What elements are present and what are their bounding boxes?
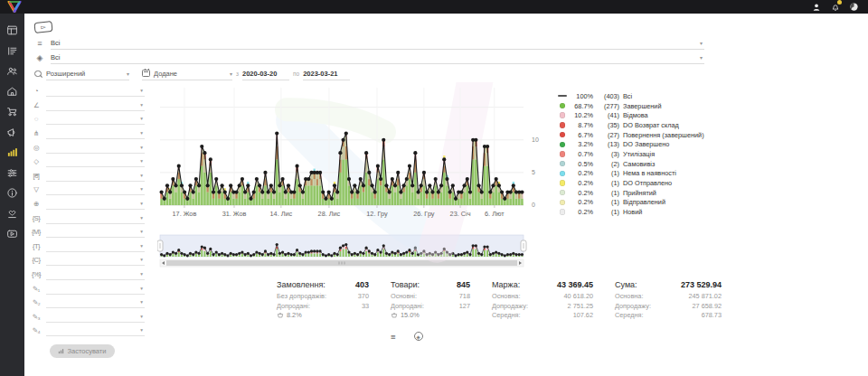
rail-item-settings-icon[interactable] [6,167,19,179]
legend-count: (277) [596,102,619,110]
filter-select-utm-source[interactable]: ▾ [46,212,145,224]
legend-count: (1) [596,208,619,216]
products-toggle-icon[interactable]: ◈ [414,332,423,341]
custom-2-icon: ✎₂ [30,298,42,306]
rail-item-orders-icon[interactable] [6,45,19,57]
filter-select-utm-medium[interactable]: ▾ [46,226,145,238]
location-icon: ◎ [30,144,42,152]
summary-title: Сума: [615,280,637,289]
filter-select-utm-content[interactable]: ▾ [46,254,145,266]
filter-row-utm-content: {C}▾ [30,253,145,268]
filter-select-custom-2[interactable]: ▾ [46,296,145,308]
legend-item[interactable]: 8.7%(35)DO Возврат склад [557,120,704,130]
chevron-down-icon: ▾ [700,40,704,46]
svg-text:6. Лют: 6. Лют [485,210,505,218]
legend-count: (1) [596,169,619,177]
legend-item[interactable]: 100%(403)Всі [557,91,704,101]
statuses-toggle-icon[interactable]: ≡ [391,332,396,342]
legend-label: Повернення (завершений) [623,131,704,139]
filter-select-utm-campaign[interactable]: ▾ [46,268,145,280]
filter-row-custom-4: ✎₄▾ [30,324,145,338]
legend-count: (35) [596,121,619,129]
search-mode-select[interactable]: Розширений ▾ [46,68,129,80]
svg-text:5: 5 [532,169,535,175]
legend-percent: 8.7% [570,121,593,129]
bell-icon[interactable] [830,2,840,12]
filter-select-utm-term[interactable]: ▾ [46,240,145,252]
legend-item[interactable]: 0.5%(2)Самовивіз [557,159,704,169]
summary-sub-value: 127 [459,302,470,312]
filter-select-empty[interactable]: ▾ [46,113,145,125]
user-icon[interactable] [811,2,821,12]
date-from-input[interactable]: 2020-03-20 [242,68,289,80]
summary-sub-value: 2 751.25 [568,302,593,312]
summary-sub-label: Основна: [615,292,643,302]
chart-navigator[interactable] [157,234,548,268]
filter-row-angle: ∠▾ [30,99,145,113]
chart-section: 051017. Жов31. Жов14. Лис28. Лис12. Гру2… [145,84,868,358]
rail-item-dashboard-icon[interactable] [6,24,19,36]
legend-count: (3) [596,150,619,158]
filter-select-custom-1[interactable]: ▾ [46,283,145,295]
filter-select-location[interactable]: ▾ [46,142,145,154]
main-area: ▻ ≡Всі▾◈Всі▾ Розширений ▾ Додане ▾ з 202… [24,14,868,376]
legend-marker [557,103,568,109]
filter-select-payment[interactable]: ▾ [46,170,145,182]
legend-item[interactable]: 0.2%(1)Прийнятий [557,188,704,198]
upsell-rate-value: 15.0% [401,311,420,321]
filter-select-share[interactable]: ▾ [46,127,145,139]
svg-text:31. Жов: 31. Жов [222,210,247,218]
filter-select-web[interactable]: ▾ [46,198,145,210]
rail-item-video-icon[interactable] [6,228,19,240]
filter-select-angle[interactable]: ▾ [46,99,145,111]
rail-item-info-icon[interactable] [6,187,19,199]
filter-select-custom-3[interactable]: ▾ [46,311,145,323]
filter-select-funnel[interactable]: ▾ [46,183,145,195]
legend-item[interactable]: 0.2%(1)Новий [557,207,704,217]
avatar-icon[interactable] [849,2,859,12]
search-icon[interactable] [34,70,42,78]
filter-row-custom-2: ✎₂▾ [30,296,145,310]
filter-select-segment[interactable]: ▾ [46,85,145,97]
summary-value: 845 [457,280,470,289]
filter-row-segment: ◔▾ [30,84,145,99]
legend-item[interactable]: 68.7%(277)Завершений [557,101,704,111]
legend-percent: 3.2% [570,140,593,148]
legend-item[interactable]: 3.2%(13)DO Завершено [557,139,704,149]
date-to-input[interactable]: 2023-03-21 [303,68,350,80]
rail-item-support-icon[interactable] [6,208,19,220]
brand-logo[interactable] [7,1,22,13]
legend-item[interactable]: 6.7%(27)Повернення (завершений) [557,130,704,140]
legend-count: (1) [596,179,619,187]
legend-percent: 10.2% [570,111,593,119]
navigator-handle[interactable] [157,240,163,251]
legend-count: (41) [596,111,619,119]
legend-percent: 0.2% [570,208,593,216]
navigator-handle[interactable] [521,240,526,251]
rail-item-marketing-icon[interactable] [6,127,19,138]
main-chart[interactable]: 051017. Жов31. Жов14. Лис28. Лис12. Гру2… [157,84,548,221]
rail-item-statistics-icon[interactable] [6,146,19,158]
svg-text:23. Січ: 23. Січ [450,210,471,218]
statuses-icon: ≡ [34,39,45,48]
top-filter-select-0[interactable]: Всі▾ [51,37,704,50]
legend-marker [557,200,568,206]
tags-icon[interactable]: ▻ [33,21,52,33]
filter-row-utm-campaign: {%}▾ [30,268,145,282]
date-field-select[interactable]: Додане ▾ [142,68,232,80]
apply-button[interactable]: Застосувати [50,344,115,358]
legend-item[interactable]: 0.2%(1)Відправлений [557,198,704,208]
legend-item[interactable]: 0.2%(1)DO Отправлено [557,178,704,188]
legend-item[interactable]: 10.2%(41)Відмова [557,110,704,120]
rail-item-customers-icon[interactable] [6,65,19,77]
rail-item-store-icon[interactable] [6,86,19,98]
rail-item-delivery-icon[interactable] [6,106,19,118]
legend-item[interactable]: 0.2%(1)Нема в наявності [557,169,704,179]
filter-select-custom-4[interactable]: ▾ [46,324,145,336]
charts-wrap: 051017. Жов31. Жов14. Лис28. Лис12. Гру2… [157,84,548,268]
summary-sub-label: Середня: [615,311,644,321]
legend-item[interactable]: 0.7%(3)Утилізація [557,149,704,159]
filter-select-package[interactable]: ▾ [46,155,145,167]
top-filter-select-1[interactable]: Всі▾ [51,52,704,64]
filter-row-custom-1: ✎₁▾ [30,281,145,296]
